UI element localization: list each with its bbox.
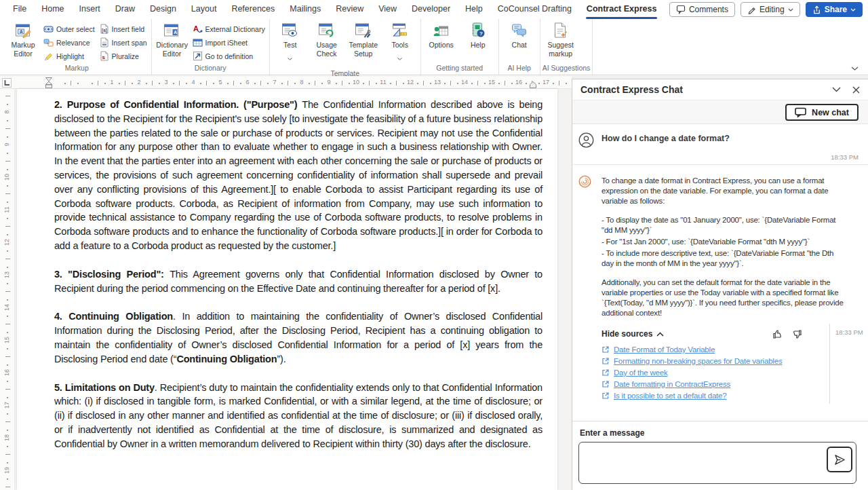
message-input[interactable] [578,442,856,484]
source-link[interactable]: Date Format of Today Variable [614,345,715,354]
insert-span-button[interactable]: Insert span [99,37,147,48]
suggest-markup-button[interactable]: Suggest markup [542,21,579,58]
chat-button[interactable]: Chat [501,21,538,50]
comments-button[interactable]: Comments [669,2,735,17]
insert-field-button[interactable]: [a] Insert field [99,23,147,35]
collapse-ribbon-icon[interactable] [851,67,859,71]
ribbon-group-markup: A Markup Editor [3,19,152,75]
thumbs-up-icon[interactable] [772,329,783,339]
tab-selector[interactable] [2,78,12,88]
test-button[interactable]: Test [272,21,309,69]
document-body: 2. Purpose of Confidential Information. … [17,89,557,451]
insert-field-icon: [a] [99,24,109,34]
indent-marker-right[interactable] [530,81,536,88]
close-icon[interactable] [852,86,860,94]
ribbon-group-label-ai-suggestions: AI Suggestions [542,64,591,75]
thumbs-down-icon[interactable] [791,329,802,339]
dictionary-editor-button[interactable]: A Dictionary Editor [154,21,191,58]
chevron-down-icon [281,50,300,68]
import-isheet-button[interactable]: Import iSheet [193,37,265,48]
new-chat-button[interactable]: New chat [785,104,859,121]
share-button[interactable]: Share [806,2,863,17]
pluralize-button[interactable]: s Pluralize [99,50,147,62]
insert-span-icon [99,37,109,48]
menu-tab-view[interactable]: View [371,0,404,19]
user-message-time: 18:33 PM [831,153,859,161]
ruler-number: 9 [3,139,10,150]
ribbon-group-label-ai-help: AI Help [501,64,538,75]
menu-tab-design[interactable]: Design [142,0,184,19]
external-dictionary-button[interactable]: A External Dictionary [193,23,265,35]
ruler-number: 11 [3,204,10,215]
source-row: Formatting non-breaking spaces for Date … [601,357,844,365]
menu-tab-draw[interactable]: Draw [108,0,142,19]
send-button[interactable] [827,447,852,472]
ruler-number: 7 [269,79,280,86]
menu-tab-review[interactable]: Review [328,0,371,19]
assistant-message-time: 18:33 PM [835,328,863,336]
ruler-number: 16 [513,79,524,86]
source-link[interactable]: Is it possible to set a default date? [614,392,727,400]
ruler-number: 17 [540,79,551,86]
chevron-down-icon[interactable] [832,87,841,92]
ruler-number: 8 [296,79,307,86]
usage-check-icon [317,22,336,39]
feedback-buttons [772,329,802,339]
svg-text:[a]: [a] [102,28,107,33]
source-link[interactable]: Date formatting in ContractExpress [614,380,730,388]
menu-tab-developer[interactable]: Developer [404,0,458,19]
menu-tab-home[interactable]: Home [34,0,71,19]
options-button[interactable]: Options [423,21,460,50]
menu-tab-help[interactable]: Help [458,0,490,19]
menu-tab-cocounsel-drafting[interactable]: CoCounsel Drafting [490,0,579,19]
ruler-number: 11 [378,79,389,86]
contract-express-chat-panel: Contract Express Chat [572,79,868,490]
user-message-text: How do I change a date format? [601,134,730,143]
assistant-message: To change a date format in Contract Expr… [572,165,868,400]
template-setup-button[interactable]: Template Setup [345,21,382,58]
chevron-down-icon [850,8,856,12]
help-button[interactable]: ? Help [460,21,496,50]
ribbon-group-template: Test [270,19,421,75]
source-row: Day of the week [601,369,844,377]
menu-tab-file[interactable]: File [5,0,34,19]
highlight-button[interactable]: Highlight [43,50,95,62]
menu-tab-contract-express[interactable]: Contract Express [579,0,665,19]
editing-pencil-icon [747,5,756,14]
outer-select-button[interactable]: Outer select [43,23,95,35]
hide-sources-label: Hide sources [601,329,652,339]
tools-button[interactable]: Tools [382,21,418,69]
send-icon [833,453,846,466]
source-link[interactable]: Day of the week [614,369,667,377]
go-to-definition-button[interactable]: Go to definition [193,50,265,62]
chat-input-area: Enter a message [572,421,868,490]
ruler-number: 15 [486,79,497,86]
ribbon: A Markup Editor [0,19,868,75]
ruler-number: 13 [3,269,10,280]
comments-icon [676,5,686,14]
ribbon-group-label-markup: Markup [5,64,149,75]
menu-tab-layout[interactable]: Layout [184,0,224,19]
document-paragraph: 3. "Disclosing Period": This Agreement g… [54,267,542,296]
message-input-label: Enter a message [580,428,644,438]
document-page[interactable]: 2. Purpose of Confidential Information. … [17,89,557,490]
menu-tab-insert[interactable]: Insert [72,0,108,19]
ruler-number: 1 [106,79,117,86]
menu-tab-mailings[interactable]: Mailings [282,0,328,19]
usage-check-button[interactable]: Usage Check [309,21,345,58]
source-link[interactable]: Formatting non-breaking spaces for Date … [614,357,782,365]
indent-marker-left[interactable] [45,77,52,88]
markup-editor-button[interactable]: A Markup Editor [5,21,41,58]
outer-select-icon [43,24,54,34]
editing-mode-button[interactable]: Editing [741,2,800,17]
vertical-ruler: 8910111213141516171819 [0,89,15,490]
ruler-number: 14 [459,79,470,86]
new-chat-label: New chat [812,108,849,117]
external-link-icon [601,357,610,365]
menu-tab-references[interactable]: References [224,0,282,19]
source-row: Date formatting in ContractExpress [601,380,844,388]
assistant-paragraph: - To display the date as "01 January 200… [601,215,844,235]
assistant-message-footer: Hide sources [601,327,844,341]
hide-sources-toggle[interactable]: Hide sources [601,329,664,339]
relevance-button[interactable]: Relevance [43,37,95,48]
